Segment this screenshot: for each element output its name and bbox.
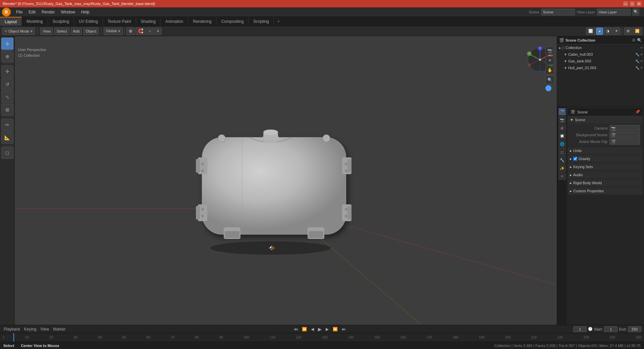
scene-props-icon[interactable]: 🎬 (558, 108, 566, 115)
scene-section-header[interactable]: ▼ Scene (568, 116, 643, 123)
menu-edit[interactable]: Edit (26, 9, 38, 15)
hull-part-visibility-icon[interactable]: 👁 (640, 66, 643, 70)
solid-button[interactable]: ● (596, 28, 603, 35)
tab-shading[interactable]: Shading (136, 17, 161, 26)
snap-button[interactable]: 🧲 (136, 28, 146, 35)
object-menu-button[interactable]: Object (83, 28, 99, 35)
transform-tool-button[interactable]: ⊞ (1, 104, 13, 116)
cabin-hull-visibility-icon[interactable]: 👁 (640, 53, 643, 56)
tab-layout[interactable]: Layout (0, 17, 22, 26)
pivot-button[interactable]: ⊕ (126, 28, 135, 35)
move-tool-button[interactable]: ✛ (1, 65, 13, 78)
svg-point-49 (345, 215, 347, 217)
proportional-connected-button[interactable]: ∨ (154, 28, 162, 35)
menu-window[interactable]: Window (58, 9, 78, 15)
gravity-section-header[interactable]: ▸ Gravity (568, 155, 643, 162)
tab-modeling[interactable]: Modeling (22, 17, 48, 26)
step-back-button[interactable]: ◀ (310, 327, 315, 332)
marker-menu[interactable]: Marker (52, 327, 66, 332)
tab-animation[interactable]: Animation (161, 17, 188, 26)
modifier-props-icon[interactable]: 🔧 (558, 156, 566, 164)
close-button[interactable]: ✕ (637, 1, 641, 6)
add-cube-button[interactable]: ◻ (1, 147, 13, 159)
playhead[interactable] (13, 333, 14, 342)
camera-view-button[interactable]: 📷 (545, 46, 554, 55)
custom-properties-section-header[interactable]: ▸ Custom Properties (568, 187, 643, 195)
object-mode-button[interactable]: ⊹ Object Mode ∨ (2, 28, 35, 35)
render-view-button[interactable]: ☀ (545, 56, 554, 65)
units-section-header[interactable]: ▸ Units (568, 147, 643, 154)
timeline-ruler[interactable]: 1 10 20 30 40 50 60 70 80 90 100 110 120… (0, 333, 644, 342)
tab-sculpting[interactable]: Sculpting (48, 17, 74, 26)
world-props-icon[interactable]: 🌐 (558, 140, 566, 148)
viewport[interactable]: User Perspective (1) Collection X Y Z (15, 36, 557, 325)
tab-scripting[interactable]: Scripting (249, 17, 274, 26)
audio-section-header[interactable]: ▸ Audio (568, 171, 643, 179)
end-frame-input[interactable]: 250 (628, 326, 641, 332)
hull-part-row[interactable]: ▼ Hull_part_01.003 🔧 👁 (557, 64, 644, 71)
collection-row[interactable]: ▸ ◻ Collection 👁 (557, 44, 644, 51)
search-button[interactable]: 🔍 (633, 9, 639, 15)
select-menu-button[interactable]: Select (54, 28, 69, 35)
view-menu-button[interactable]: View (40, 28, 53, 35)
particles-props-icon[interactable]: ✨ (558, 164, 566, 172)
add-menu-button[interactable]: Add (71, 28, 82, 35)
tab-rendering[interactable]: Rendering (188, 17, 216, 26)
start-frame-input[interactable]: 1 (604, 326, 618, 332)
current-frame-input[interactable]: 1 (573, 326, 587, 332)
playback-menu[interactable]: Playback (3, 327, 21, 332)
render-props-icon[interactable]: 📷 (558, 116, 566, 123)
select-tool-button[interactable]: ⊹ (1, 38, 13, 50)
menu-render[interactable]: Render (39, 9, 57, 15)
tab-uv-editing[interactable]: UV Editing (74, 17, 103, 26)
hand-tool-button[interactable]: ✋ (545, 66, 554, 74)
scene-selector[interactable]: Scene (541, 9, 575, 15)
collection-visibility-icon[interactable]: 👁 (640, 46, 643, 50)
cursor-tool-button[interactable]: ⊕ (1, 50, 13, 62)
rigid-body-world-section-header[interactable]: ▸ Rigid Body World (568, 179, 643, 187)
outliner-filter-icon[interactable]: ⚙ (632, 38, 636, 43)
jump-to-end-button[interactable]: ⏭ (341, 327, 347, 332)
maximize-button[interactable]: □ (630, 1, 635, 6)
scale-tool-button[interactable]: ⤡ (1, 91, 13, 103)
proportional-edit-button[interactable]: ○ (146, 28, 154, 35)
gas-tank-row[interactable]: ▼ Gas_tank.003 🔧 👁 (557, 58, 644, 64)
view-layer-props-icon[interactable]: 🔲 (558, 132, 566, 140)
tab-texture-paint[interactable]: Texture Paint (103, 17, 136, 26)
background-scene-value[interactable]: 🎬 (609, 132, 640, 138)
camera-value[interactable]: 📷 (609, 125, 640, 131)
props-pin-icon[interactable]: 📌 (635, 110, 640, 114)
gas-tank-visibility-icon[interactable]: 👁 (640, 59, 643, 63)
next-keyframe-button[interactable]: ⏩ (332, 327, 339, 332)
prev-keyframe-button[interactable]: ⏪ (301, 327, 308, 332)
object-props-icon[interactable]: ◻ (558, 148, 566, 156)
minimize-button[interactable]: — (623, 1, 628, 6)
tab-compositing[interactable]: Compositing (217, 17, 249, 26)
output-props-icon[interactable]: 🖨 (558, 124, 566, 132)
active-movie-clip-value[interactable]: 🎬 (609, 139, 640, 145)
annotate-tool-button[interactable]: ✏ (1, 119, 13, 131)
gravity-checkbox[interactable] (573, 157, 577, 161)
zoom-button[interactable]: 🔍 (545, 76, 554, 84)
step-forward-button[interactable]: ▶ (325, 327, 330, 332)
physics-props-icon[interactable]: ⚛ (558, 172, 566, 180)
outliner-search-icon[interactable]: 🔍 (637, 38, 642, 43)
show-gizmos-button[interactable]: 🔀 (633, 28, 642, 35)
menu-help[interactable]: Help (78, 9, 92, 15)
rotate-tool-button[interactable]: ↺ (1, 78, 13, 90)
show-overlays-button[interactable]: ⊞ (624, 28, 632, 35)
rendered-button[interactable]: ☀ (612, 28, 621, 35)
wireframe-button[interactable]: ⬜ (586, 28, 595, 35)
keying-sets-section-header[interactable]: ▸ Keying Sets (568, 163, 643, 170)
add-workspace-button[interactable]: + (274, 17, 283, 26)
view-layer-selector[interactable]: View Layer (597, 9, 631, 15)
keying-menu[interactable]: Keying (23, 327, 38, 332)
measure-tool-button[interactable]: 📐 (1, 132, 13, 144)
timeline-view-menu[interactable]: View (39, 327, 50, 332)
jump-to-start-button[interactable]: ⏮ (293, 327, 299, 332)
material-preview-button[interactable]: ◑ (604, 28, 612, 35)
menu-file[interactable]: File (13, 9, 25, 15)
global-transform-button[interactable]: Global ∨ (104, 28, 123, 35)
cabin-hull-row[interactable]: ▼ Cabin_hull.003 🔧 👁 (557, 51, 644, 58)
play-button[interactable]: ▶ (317, 327, 323, 332)
